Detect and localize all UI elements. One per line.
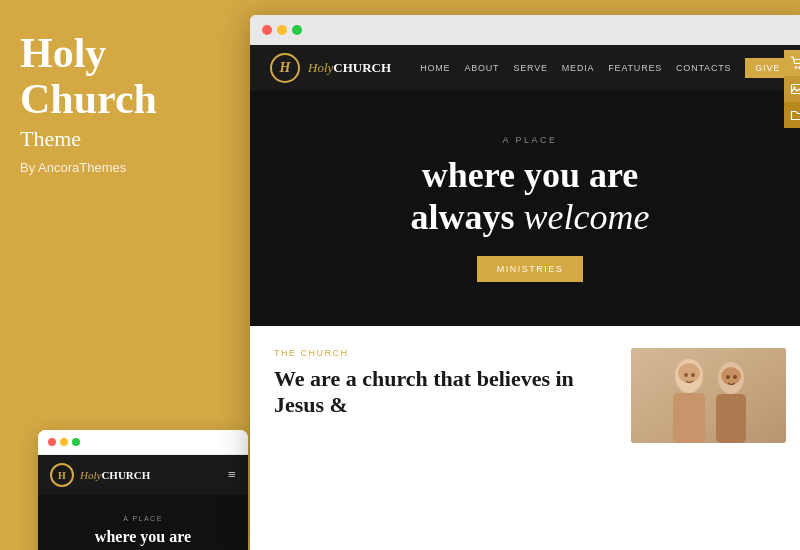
below-hero-eyebrow: THE CHURCH	[274, 348, 611, 358]
browser-dot-green	[292, 25, 302, 35]
browser-side-icons	[784, 50, 800, 128]
mobile-hamburger-icon: ≡	[228, 468, 236, 482]
svg-rect-8	[631, 348, 786, 443]
site-hero: A PLACE where you are always welcome MIN…	[250, 91, 800, 326]
svg-point-16	[691, 373, 695, 377]
left-panel: Holy Church Theme By AncoraThemes H Holy…	[0, 0, 245, 550]
below-hero-section: THE CHURCH We are a church that believes…	[250, 326, 800, 465]
theme-subtitle: Theme	[20, 126, 225, 152]
mobile-nav: H HolyCHURCH ≡	[38, 455, 248, 495]
theme-by: By AncoraThemes	[20, 160, 225, 175]
browser-dot-red	[262, 25, 272, 35]
mobile-hero-title: where you are always welcome	[50, 527, 236, 550]
mobile-preview: H HolyCHURCH ≡ A PLACE where you are alw…	[38, 430, 248, 550]
browser-dot-yellow	[277, 25, 287, 35]
hero-cta-button[interactable]: MINISTRIES	[477, 256, 584, 282]
hero-eyebrow: A PLACE	[502, 135, 557, 145]
mobile-logo-circle: H	[50, 463, 74, 487]
browser-side-icon-image[interactable]	[784, 76, 800, 102]
below-hero-title: We are a church that believes in Jesus &	[274, 366, 611, 419]
mobile-hero-eyebrow: A PLACE	[50, 515, 236, 522]
site-logo-circle: H	[270, 53, 300, 83]
svg-rect-14	[716, 394, 746, 443]
nav-link-home[interactable]: HOME	[420, 63, 450, 73]
svg-point-4	[795, 66, 797, 68]
below-hero-image	[631, 348, 786, 443]
site-logo-name: HolyCHURCH	[308, 60, 391, 76]
mobile-logo-text: HolyCHURCH	[80, 469, 150, 481]
nav-link-features[interactable]: FEATURES	[608, 63, 662, 73]
nav-link-contacts[interactable]: CONTACTS	[676, 63, 731, 73]
svg-point-18	[733, 375, 737, 379]
browser-titlebar	[250, 15, 800, 45]
svg-point-10	[678, 363, 700, 383]
mobile-dot-red	[48, 438, 56, 446]
mobile-titlebar	[38, 430, 248, 455]
nav-link-media[interactable]: MEDIA	[562, 63, 595, 73]
mobile-dot-green	[72, 438, 80, 446]
svg-point-15	[684, 373, 688, 377]
mobile-dot-yellow	[60, 438, 68, 446]
below-hero-text: THE CHURCH We are a church that believes…	[274, 348, 611, 443]
browser-window: H HolyCHURCH HOME ABOUT SERVE MEDIA FEAT…	[250, 15, 800, 550]
site-logo-area: H HolyCHURCH	[270, 53, 391, 83]
nav-link-serve[interactable]: SERVE	[513, 63, 547, 73]
mobile-hero: A PLACE where you are always welcome MIN…	[38, 495, 248, 550]
svg-rect-11	[673, 393, 705, 443]
site-nav-links: HOME ABOUT SERVE MEDIA FEATURES CONTACTS…	[420, 58, 790, 78]
browser-side-icon-cart[interactable]	[784, 50, 800, 76]
svg-point-17	[726, 375, 730, 379]
site-nav: H HolyCHURCH HOME ABOUT SERVE MEDIA FEAT…	[250, 45, 800, 91]
mobile-logo-area: H HolyCHURCH	[50, 463, 150, 487]
theme-title: Holy Church	[20, 30, 225, 122]
browser-side-icon-folder[interactable]	[784, 102, 800, 128]
nav-link-about[interactable]: ABOUT	[464, 63, 499, 73]
hero-title: where you are always welcome	[411, 155, 650, 238]
svg-point-13	[721, 367, 741, 385]
